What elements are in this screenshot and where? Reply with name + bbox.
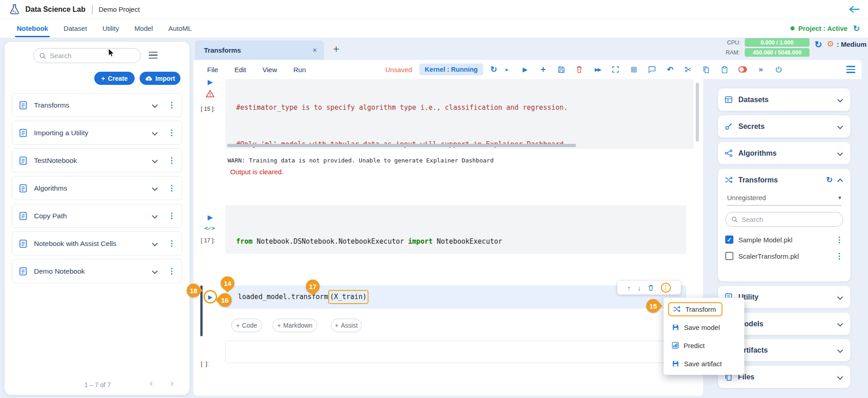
menu-item-save-artifact[interactable]: Save artifact — [664, 354, 744, 373]
delete-cell-icon[interactable] — [575, 64, 584, 74]
chevron-down-icon[interactable] — [837, 123, 843, 129]
pagination-next-icon[interactable]: › — [170, 378, 174, 389]
nav-tab-dataset[interactable]: Dataset — [63, 20, 87, 37]
cut-icon[interactable] — [684, 64, 693, 74]
chevron-down-icon[interactable] — [152, 130, 158, 136]
panel-datasets[interactable]: Datasets — [718, 88, 850, 111]
instance-gear-icon[interactable]: ⚙ — [827, 39, 834, 49]
horizontal-scrollbar[interactable] — [227, 144, 576, 147]
transforms-refresh-icon[interactable]: ↻ — [826, 176, 833, 184]
notebook-menu-icon[interactable] — [846, 64, 855, 74]
chevron-down-icon[interactable] — [152, 241, 158, 246]
kebab-menu-icon[interactable]: ⋮ — [835, 236, 843, 244]
chevron-down-icon[interactable] — [837, 374, 843, 380]
menu-view[interactable]: View — [262, 66, 277, 74]
sidebar-search-input[interactable] — [50, 52, 127, 59]
chevron-down-icon[interactable] — [152, 185, 158, 191]
chevron-down-icon[interactable] — [837, 150, 843, 156]
menu-item-save-model[interactable]: Save model — [664, 318, 744, 336]
nav-tab-utility[interactable]: Utility — [102, 20, 119, 37]
chevron-down-icon[interactable] — [152, 157, 158, 163]
kebab-menu-icon[interactable]: ⋮ — [168, 240, 175, 247]
stop-icon[interactable] — [630, 64, 638, 74]
transform-list-item[interactable]: ✓ Sample Model.pkl ⋮ — [718, 231, 850, 248]
transforms-filter-select[interactable]: Unregistered ▾ — [727, 194, 841, 206]
import-button[interactable]: Import — [140, 72, 180, 85]
run-step-icon[interactable]: ▸ — [503, 64, 511, 74]
chevron-down-icon[interactable] — [837, 97, 843, 103]
kernel-refresh-icon[interactable]: ↻ — [490, 64, 498, 74]
sidebar-item-testnotebook[interactable]: TestNotebook ⋮ — [12, 148, 182, 172]
cell-more-options-icon[interactable]: ⋮ — [661, 283, 671, 293]
move-cell-up-icon[interactable]: ↑ — [627, 284, 631, 292]
chevron-down-icon[interactable] — [837, 294, 843, 300]
panel-transforms-header[interactable]: Transforms ↻ — [718, 169, 850, 191]
back-arrow-icon[interactable] — [849, 5, 860, 14]
chevron-down-icon[interactable] — [152, 213, 158, 219]
menu-file[interactable]: File — [207, 66, 218, 74]
notebook-tab-transforms[interactable]: Transforms × — [195, 40, 324, 60]
add-assist-button[interactable]: +Assist — [331, 319, 362, 332]
skip-forward-icon[interactable]: » — [756, 64, 765, 74]
chevron-down-icon[interactable] — [152, 268, 158, 274]
delete-cell-icon[interactable] — [648, 284, 654, 291]
menu-edit[interactable]: Edit — [234, 66, 246, 74]
nav-tab-automl[interactable]: AutoML — [168, 20, 192, 37]
chevron-down-icon[interactable] — [837, 321, 843, 327]
chevron-down-icon[interactable] — [837, 347, 843, 353]
move-cell-down-icon[interactable]: ↓ — [638, 284, 641, 292]
panel-algorithms[interactable]: Algorithms — [718, 142, 850, 164]
fullscreen-icon[interactable] — [611, 64, 620, 74]
add-code-button[interactable]: +Code — [231, 319, 262, 332]
nav-tab-notebook[interactable]: Notebook — [17, 20, 48, 37]
nav-tab-model[interactable]: Model — [135, 20, 153, 37]
run-cell1-icon[interactable]: ▶ — [208, 79, 213, 85]
project-refresh-icon[interactable]: ↻ — [853, 25, 860, 33]
chevron-up-icon[interactable] — [837, 178, 843, 184]
vertical-scrollbar[interactable] — [696, 83, 699, 142]
add-cell-icon[interactable]: + — [539, 64, 548, 74]
add-tab-icon[interactable]: + — [333, 43, 339, 55]
kebab-menu-icon[interactable]: ⋮ — [835, 252, 843, 260]
sidebar-search[interactable] — [33, 48, 141, 63]
transforms-search-input[interactable] — [742, 216, 828, 223]
pagination-prev-icon[interactable]: ‹ — [150, 378, 153, 389]
checkbox-checked-icon[interactable]: ✓ — [725, 236, 733, 244]
cell1-code-area[interactable]: #estimator_type is to specify algorithm … — [225, 79, 693, 149]
kebab-menu-icon[interactable]: ⋮ — [168, 157, 175, 164]
cell2-code-area[interactable]: from Notebook.DSNotebook.NotebookExecuto… — [225, 205, 686, 254]
kebab-menu-icon[interactable]: ⋮ — [168, 129, 175, 137]
chevron-down-icon[interactable] — [152, 102, 158, 108]
sidebar-item-notebook-with-assist-cells[interactable]: Notebook with Assist Cells ⋮ — [12, 231, 182, 256]
toggle-icon[interactable] — [738, 64, 747, 74]
run-all-icon[interactable]: ▶▶ — [593, 64, 602, 74]
undo-icon[interactable]: ↶ — [666, 64, 674, 74]
paste-icon[interactable] — [720, 64, 729, 74]
run-cell3-highlight-ring[interactable]: ▶ — [204, 290, 217, 304]
kebab-menu-icon[interactable]: ⋮ — [168, 101, 175, 109]
empty-cell-code-area[interactable] — [225, 341, 686, 363]
transform-list-item[interactable]: ScalerTransform.pkl ⋮ — [718, 248, 850, 264]
sidebar-menu-icon[interactable] — [149, 50, 158, 60]
menu-item-transform[interactable]: Transform — [664, 300, 744, 318]
power-icon[interactable] — [775, 64, 783, 74]
menu-item-predict[interactable]: Predict — [664, 336, 744, 354]
save-icon[interactable] — [557, 64, 566, 74]
run-cell2-icon[interactable]: ▶ — [208, 214, 213, 221]
copy-icon[interactable] — [702, 64, 711, 74]
run-cell3-icon[interactable]: ▶ — [208, 294, 213, 300]
panel-secrets[interactable]: Secrets — [718, 115, 850, 138]
sidebar-item-demo-notebook[interactable]: Demo Notebook ⋮ — [12, 259, 182, 283]
create-button[interactable]: + Create — [94, 72, 135, 85]
checkbox-unchecked-icon[interactable] — [725, 252, 733, 260]
menu-run[interactable]: Run — [293, 66, 306, 74]
close-icon[interactable]: × — [313, 46, 317, 54]
run-cell-icon[interactable]: ▶ — [521, 64, 529, 74]
resources-refresh-icon[interactable]: ↻ — [815, 40, 822, 49]
comment-icon[interactable] — [648, 64, 656, 74]
kebab-menu-icon[interactable]: ⋮ — [168, 212, 175, 220]
kebab-menu-icon[interactable]: ⋮ — [168, 267, 175, 275]
transforms-search[interactable] — [725, 212, 843, 227]
add-markdown-button[interactable]: +Markdown — [272, 319, 317, 332]
sidebar-item-algorithms[interactable]: Algorithms ⋮ — [12, 176, 182, 200]
